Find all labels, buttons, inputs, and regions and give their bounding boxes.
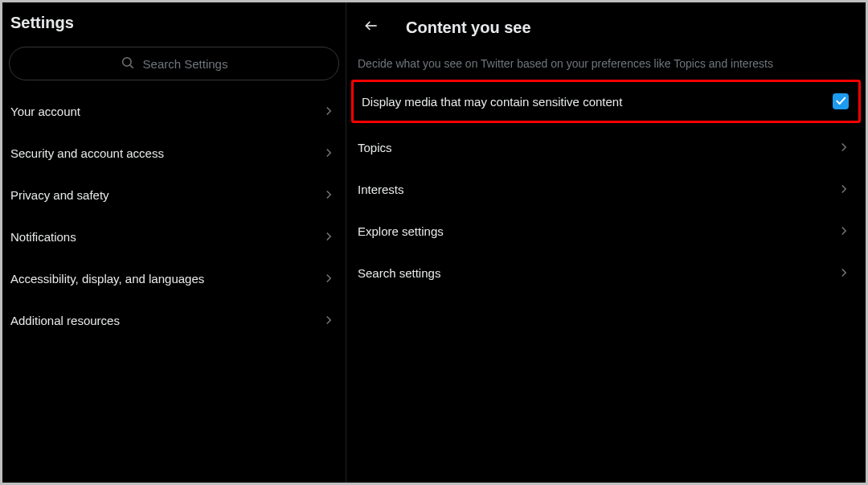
row-label: Interests	[358, 183, 404, 196]
sidebar-item-notifications[interactable]: Notifications	[2, 216, 346, 257]
arrow-left-icon	[363, 18, 379, 37]
svg-point-0	[122, 57, 131, 66]
search-placeholder: Search Settings	[143, 57, 228, 71]
settings-title: Settings	[2, 2, 346, 47]
sidebar-item-label: Notifications	[10, 230, 76, 244]
back-button[interactable]	[358, 14, 385, 41]
row-label: Topics	[358, 141, 392, 154]
check-icon	[834, 94, 847, 109]
row-search-settings[interactable]: Search settings	[346, 252, 866, 294]
row-topics[interactable]: Topics	[346, 126, 866, 168]
chevron-right-icon	[321, 229, 336, 244]
search-icon	[121, 55, 135, 72]
sidebar-item-label: Accessibility, display, and languages	[10, 272, 204, 286]
chevron-right-icon	[321, 271, 336, 286]
chevron-right-icon	[321, 104, 336, 118]
sidebar-item-privacy-and-safety[interactable]: Privacy and safety	[2, 174, 346, 216]
main-header: Content you see	[346, 2, 866, 46]
chevron-right-icon	[837, 265, 851, 280]
chevron-right-icon	[837, 140, 851, 154]
row-interests[interactable]: Interests	[346, 168, 866, 210]
sidebar-item-additional-resources[interactable]: Additional resources	[2, 299, 346, 341]
sidebar-item-label: Additional resources	[10, 314, 120, 327]
chevron-right-icon	[837, 224, 851, 238]
search-wrap: Search Settings	[2, 47, 346, 90]
chevron-right-icon	[321, 187, 336, 202]
content-settings-list: Display media that may contain sensitive…	[346, 78, 866, 294]
sidebar-item-label: Security and account access	[10, 146, 164, 160]
row-label: Search settings	[358, 266, 440, 280]
page-subtitle: Decide what you see on Twitter based on …	[346, 46, 866, 78]
sidebar-list: Your account Security and account access…	[2, 90, 346, 341]
search-settings-input[interactable]: Search Settings	[9, 47, 339, 80]
row-display-sensitive-media[interactable]: Display media that may contain sensitive…	[351, 80, 861, 123]
sidebar-item-your-account[interactable]: Your account	[2, 90, 346, 132]
chevron-right-icon	[837, 182, 851, 196]
app-frame: Settings Search Settings Your account Se…	[2, 2, 866, 483]
chevron-right-icon	[321, 146, 336, 160]
content-you-see-panel: Content you see Decide what you see on T…	[346, 2, 866, 483]
settings-sidebar: Settings Search Settings Your account Se…	[2, 2, 346, 483]
row-label: Display media that may contain sensitive…	[362, 95, 622, 109]
svg-line-1	[129, 64, 133, 68]
row-label: Explore settings	[358, 224, 444, 238]
sidebar-item-accessibility-display-and-languages[interactable]: Accessibility, display, and languages	[2, 257, 346, 299]
page-title: Content you see	[406, 18, 531, 37]
chevron-right-icon	[321, 313, 336, 327]
sidebar-item-security-and-account-access[interactable]: Security and account access	[2, 132, 346, 174]
sidebar-item-label: Privacy and safety	[10, 188, 109, 202]
sidebar-item-label: Your account	[10, 105, 80, 118]
row-explore-settings[interactable]: Explore settings	[346, 210, 866, 252]
sensitive-media-checkbox[interactable]	[833, 93, 849, 109]
